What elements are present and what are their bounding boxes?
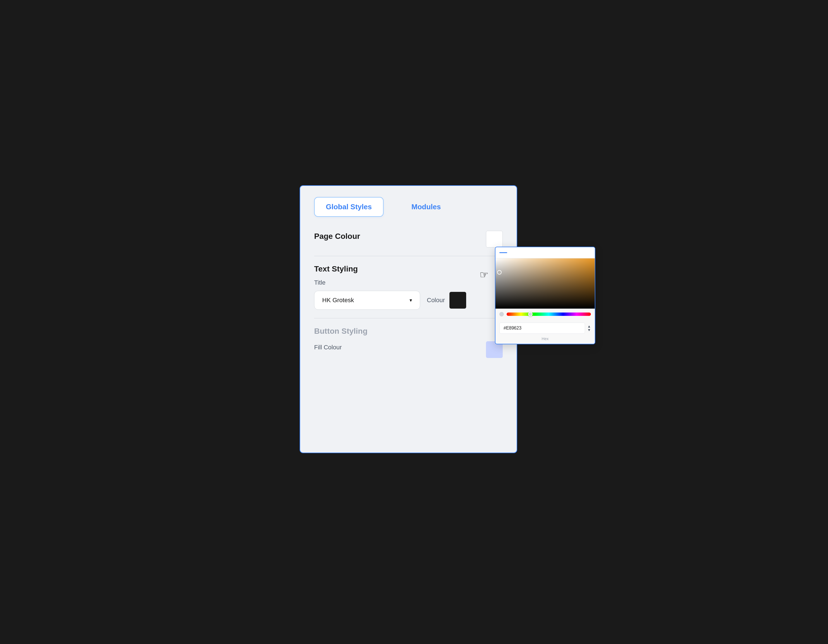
page-colour-label: Page Colour <box>314 232 360 241</box>
main-panel: Global Styles Modules Page Colour Text S… <box>300 185 517 453</box>
screen-wrapper: Global Styles Modules Page Colour Text S… <box>300 185 528 459</box>
text-styling-label: Text Styling <box>314 264 503 273</box>
colour-label-row: Colour <box>427 292 466 309</box>
hex-row: ▲ ▼ <box>496 320 595 336</box>
picker-header <box>496 247 595 258</box>
fill-colour-row: Fill Colour <box>314 341 503 358</box>
hue-dot-left <box>499 312 504 316</box>
hex-label: Hex <box>496 336 595 344</box>
hex-input[interactable] <box>499 322 585 334</box>
picker-handle[interactable] <box>497 270 502 275</box>
button-styling-section: Button Styling Fill Colour <box>314 327 503 358</box>
font-dropdown[interactable]: HK Grotesk ▾ <box>314 291 420 310</box>
title-colour-swatch[interactable] <box>449 292 466 309</box>
page-colour-swatch[interactable] <box>486 231 503 248</box>
color-picker-popup: ▲ ▼ Hex <box>495 247 595 344</box>
page-colour-section: Page Colour <box>314 231 503 248</box>
button-styling-label: Button Styling <box>314 327 503 336</box>
font-row: HK Grotesk ▾ Colour <box>314 291 503 310</box>
fill-colour-label: Fill Colour <box>314 344 342 351</box>
hex-stepper-down[interactable]: ▼ <box>587 328 591 332</box>
colour-text-label: Colour <box>427 297 445 304</box>
chevron-down-icon: ▾ <box>409 297 412 303</box>
font-name: HK Grotesk <box>322 297 354 304</box>
gradient-canvas[interactable] <box>496 258 595 309</box>
hue-thumb[interactable] <box>528 312 533 316</box>
title-sub-label: Title <box>314 279 503 286</box>
hue-slider-track[interactable] <box>507 313 591 316</box>
tab-global-styles[interactable]: Global Styles <box>314 197 384 217</box>
picker-header-dash <box>499 252 507 253</box>
gradient-black-overlay <box>496 258 595 309</box>
tabs-row: Global Styles Modules <box>314 197 503 217</box>
hex-stepper[interactable]: ▲ ▼ <box>587 325 591 332</box>
hue-row <box>496 309 595 320</box>
tab-modules[interactable]: Modules <box>400 198 452 216</box>
text-styling-section: Text Styling Title HK Grotesk ▾ Colour <box>314 264 503 310</box>
